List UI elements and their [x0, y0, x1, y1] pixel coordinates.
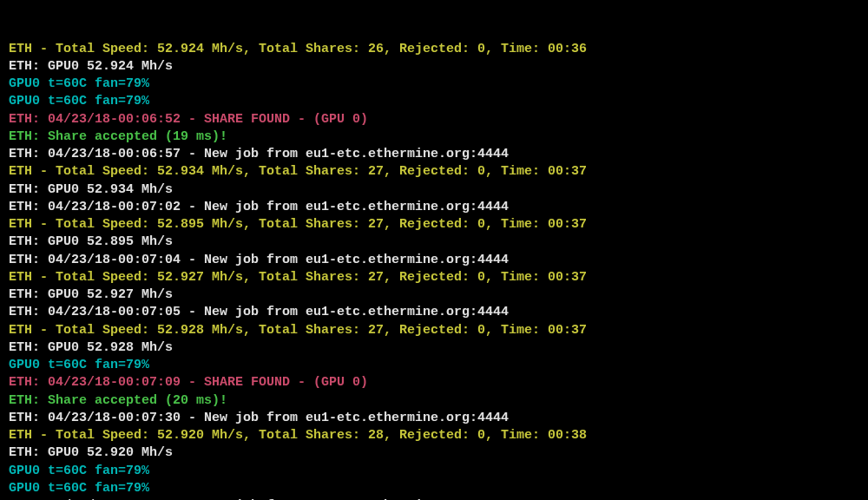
log-line: ETH: 04/23/18-00:07:04 - New job from eu…: [9, 252, 859, 269]
log-line: ETH - Total Speed: 52.920 Mh/s, Total Sh…: [9, 427, 859, 444]
log-line: ETH: Share accepted (19 ms)!: [9, 128, 859, 146]
log-line: ETH: Share accepted (20 ms)!: [9, 392, 859, 410]
log-line: GPU0 t=60C fan=79%: [9, 93, 859, 110]
log-line: ETH - Total Speed: 52.895 Mh/s, Total Sh…: [9, 216, 859, 234]
log-line: ETH: GPU0 52.920 Mh/s: [9, 444, 859, 462]
log-line: ETH - Total Speed: 52.934 Mh/s, Total Sh…: [9, 163, 859, 181]
log-line: ETH - Total Speed: 52.924 Mh/s, Total Sh…: [9, 41, 859, 58]
log-lines: ETH - Total Speed: 52.924 Mh/s, Total Sh…: [9, 41, 859, 501]
log-line: ETH: 04/23/18-00:06:57 - New job from eu…: [9, 146, 859, 163]
log-line: ETH - Total Speed: 52.928 Mh/s, Total Sh…: [9, 322, 859, 339]
log-line: GPU0 t=60C fan=79%: [9, 76, 859, 93]
terminal-output: ETH - Total Speed: 52.924 Mh/s, Total Sh…: [9, 5, 859, 500]
log-line: ETH: 04/23/18-00:07:02 - New job from eu…: [9, 199, 859, 216]
log-line: ETH: GPU0 52.928 Mh/s: [9, 339, 859, 357]
log-line: GPU0 t=60C fan=79%: [9, 357, 859, 374]
log-line: GPU0 t=60C fan=79%: [9, 480, 859, 497]
log-line: ETH: 04/23/18-00:07:30 - New job from eu…: [9, 410, 859, 427]
log-line: ETH - Total Speed: 52.927 Mh/s, Total Sh…: [9, 269, 859, 286]
log-line: ETH: GPU0 52.924 Mh/s: [9, 58, 859, 76]
log-line: GPU0 t=60C fan=79%: [9, 463, 859, 480]
log-line: ETH: GPU0 52.934 Mh/s: [9, 181, 859, 199]
log-line: ETH: 04/23/18-00:07:05 - New job from eu…: [9, 304, 859, 321]
log-line: ETH: 04/23/18-00:06:52 - SHARE FOUND - (…: [9, 111, 859, 128]
log-line: ETH: GPU0 52.895 Mh/s: [9, 234, 859, 251]
log-line: ETH: 04/23/18-00:07:09 - SHARE FOUND - (…: [9, 374, 859, 391]
log-line: ETH: GPU0 52.927 Mh/s: [9, 286, 859, 304]
